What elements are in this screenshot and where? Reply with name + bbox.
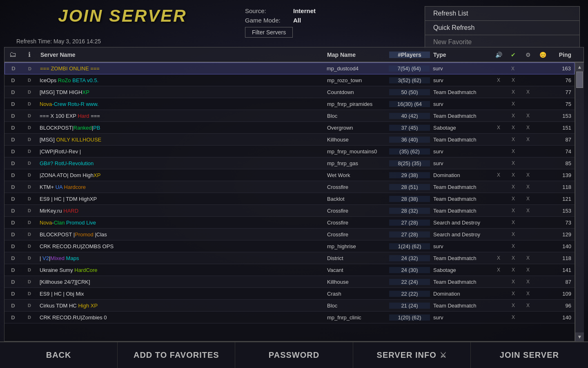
info-icon: ℹ [28,51,31,58]
server-type-d: D [4,77,22,83]
table-row[interactable]: DDCirkus TDM HC High XPBloc21 (24)Team D… [4,300,575,312]
server-info-button[interactable]: Server Info ⚔ [353,342,471,368]
table-row[interactable]: DDES9 | HC | Obj MixCrash22 (22)Dominati… [4,288,575,300]
col-header-sound: 🔊 [491,52,506,58]
server-flag-3: X [521,172,535,178]
table-row[interactable]: DD GB#? RotU-Revolutionmp_fnrp_gas8(25) … [4,157,575,169]
table-row[interactable]: DDBLOCKPOST|Ranked|PBOvergrown37 (45)Sab… [4,122,575,134]
table-row[interactable]: DD[MSG] TDM HIGHXPCountdown50 (50)Team D… [4,86,575,98]
filter-servers-button[interactable]: Filter Servers [245,27,293,38]
scroll-up-arrow[interactable]: ▲ [575,63,584,72]
table-row[interactable]: DD KTM+ UA HardcoreCrossfire28 (51)Team … [4,181,575,193]
server-name: | V2|Mixed Maps [37,255,324,261]
server-game-type: Team Deathmatch [430,279,491,285]
scroll-down-arrow[interactable]: ▼ [575,332,584,341]
server-name: Nova-Crew Rotu-R www. [37,101,324,107]
table-row[interactable]: DD| V2|Mixed MapsDistrict24 (32)Team Dea… [4,252,575,264]
table-row[interactable]: DDNova-Crew Rotu-R www.mp_fnrp_piramides… [4,98,575,110]
server-name: [MSG] TDM HIGHXP [37,89,324,95]
server-icon: D [22,220,37,225]
scroll-track[interactable] [575,72,584,332]
server-map: Bloc [324,113,389,119]
table-row[interactable]: DDES9 | HC | TDM HighXPBacklot28 (38)Tea… [4,193,575,205]
table-row[interactable]: DD[Killhouse 24/7][CRK]Killhouse22 (24)T… [4,276,575,288]
add-to-favorites-button[interactable]: Add To Favorites [118,342,235,368]
col-header-type[interactable]: Type [430,52,491,58]
server-icon: D [22,78,37,83]
server-name: |ZONA ATO| Dom HighXP [37,172,324,178]
scrollbar[interactable]: ▲ ▼ [575,63,584,341]
table-row[interactable]: DDCRK RECOD.RU|Zombies 0mp_fnrp_clinic1(… [4,312,575,323]
join-server-button[interactable]: Join Server [471,342,588,368]
filter-row[interactable]: Filter Servers [245,26,416,38]
table-row[interactable]: DDBLOCKPOST |Promod |ClasCrossfire27 (28… [4,229,575,240]
server-name: ES9 | HC | Obj Mix [37,291,324,297]
table-row[interactable]: DD|CWP|RotU-Rev |mp_fnrp_mountains0(35) … [4,146,575,157]
server-icon: D [22,279,37,284]
server-map: Crash [324,291,389,297]
table-row[interactable]: DD=== ZOMBI ONLINE ===mp_dustcod47(54) (… [4,63,575,74]
table-row[interactable]: DDMirKey.ru HARDCrossfire28 (32)Team Dea… [4,205,575,217]
server-players: 36 (40) [389,137,430,143]
server-icon: D [22,90,37,94]
server-type-d: D [4,243,22,249]
server-type-d: D [4,184,22,190]
server-flag-3: X [521,137,535,142]
server-flag-3: X [521,303,535,308]
server-map: mp_fnrp_piramides [324,101,389,107]
server-map: mp_fnrp_clinic [324,314,389,321]
server-icon: D [22,303,37,308]
server-game-type: surv [430,65,491,72]
server-info-arrow-icon: ⚔ [440,351,447,360]
table-row[interactable]: DD[MSG] ONLY KILLHOUSEKillhouse36 (40)Te… [4,134,575,146]
server-flag-3: X [521,113,535,119]
col-header-players[interactable]: #Players [389,52,430,58]
col-header-name[interactable]: Server Name [37,52,324,58]
server-map: Crossfire [324,208,389,214]
server-name: Ukraine Sumy HardCore [37,267,324,273]
server-map: Crossfire [324,231,389,238]
table-row[interactable]: DDNova-Clan Promod LiveCrossfire27 (28)S… [4,217,575,229]
server-type-d: D [4,220,22,226]
scroll-thumb[interactable] [576,72,583,88]
server-map: Backlot [324,196,389,202]
refresh-list-button[interactable]: Refresh List [425,6,580,20]
col-header-ping[interactable]: Ping [550,52,575,58]
table-row[interactable]: DDUkraine Sumy HardCoreVacant24 (30)Sabo… [4,264,575,276]
server-game-type: Team Deathmatch [430,303,491,309]
table-row[interactable]: DD=== X 100 EXP Hard ===Bloc40 (42)Team … [4,110,575,122]
table-row[interactable]: DDIceOps RoZo BETA v0.5.mp_rozo_town3(52… [4,74,575,86]
server-players: 21 (24) [389,303,430,309]
server-game-type: Search and Destroy [430,231,491,238]
password-button[interactable]: Password [235,342,353,368]
table-row[interactable]: DD|ZONA ATO| Dom HighXPWet Work29 (38)Do… [4,169,575,181]
table-header: 🗂 ℹ Server Name Map Name #Players Type 🔊… [4,47,584,63]
server-ping: 118 [550,255,575,261]
server-type-d: D [4,208,22,214]
server-icon: D [22,244,37,249]
server-ping: 129 [550,231,575,238]
server-name: CRK RECOD.RU|ZOMBS OPS [37,243,324,249]
server-type-d: D [4,148,22,155]
server-players: 8(25) (35) [389,160,430,166]
server-flag-2: X [506,101,521,107]
server-game-type: surv [430,314,491,321]
server-flag-3: X [521,184,535,190]
server-name: GB#? RotU-Revolution [37,160,324,166]
server-map: Killhouse [324,137,389,143]
server-ping: 85 [550,160,575,166]
back-button[interactable]: Back [0,342,118,368]
server-name: === ZOMBI ONLINE === [38,65,323,72]
page-title: JOIN SERVER [58,6,187,26]
server-flag-2: X [506,255,521,261]
col-header-map[interactable]: Map Name [324,52,389,58]
server-map: Crossfire [324,220,389,226]
server-type-d: D [4,255,22,261]
server-icon: D [22,267,37,272]
server-ping: 77 [550,89,575,95]
quick-refresh-button[interactable]: Quick Refresh [425,20,580,35]
server-flag-3: X [521,255,535,261]
server-list: DD=== ZOMBI ONLINE ===mp_dustcod47(54) (… [4,63,575,341]
table-row[interactable]: DDCRK RECOD.RU|ZOMBS OPSmp_highrise1(24)… [4,240,575,252]
server-game-type: Team Deathmatch [430,255,491,261]
